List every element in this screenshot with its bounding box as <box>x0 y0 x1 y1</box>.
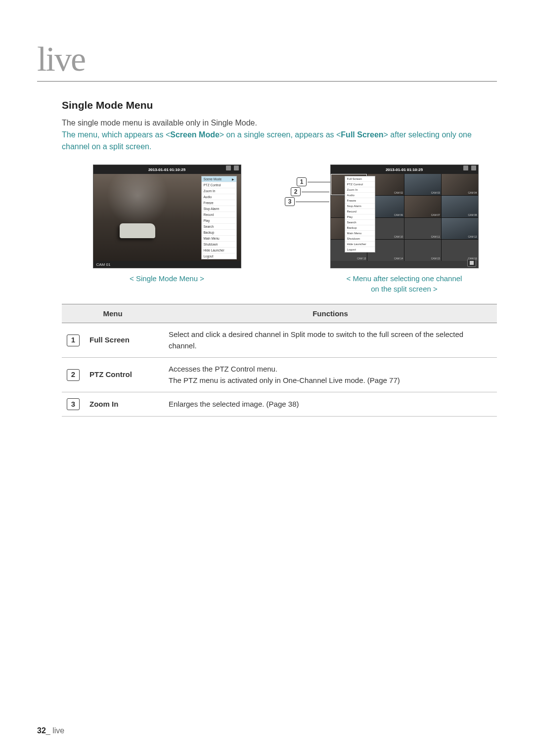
ctx-item-freeze[interactable]: Freeze <box>202 200 236 206</box>
ctx-item-zoom-in[interactable]: Zoom In <box>345 187 375 193</box>
caption-right-line1: < Menu after selecting one channel <box>347 274 462 283</box>
camera-label-text: CAM 01 <box>96 262 111 267</box>
ctx-item-main-menu[interactable]: Main Menu <box>345 231 375 236</box>
ctx-item-logout[interactable]: Logout <box>345 247 375 252</box>
row-number: 2 <box>67 369 80 381</box>
header-rule <box>37 81 497 82</box>
cell-label: CAM 14 <box>394 257 403 260</box>
row-name: Zoom In <box>85 392 164 417</box>
ctx-item-stop-alarm[interactable]: Stop Alarm <box>345 204 375 209</box>
intro2-pre: The menu, which appears as < <box>62 130 170 139</box>
grid-cell[interactable]: CAM 03 <box>404 174 441 195</box>
cell-label: CAM 03 <box>431 191 440 194</box>
context-menu-single: Scene Mode▶ PTZ Control Zoom In Audio Fr… <box>201 176 237 259</box>
grid-cell[interactable]: CAM 08 <box>442 196 478 217</box>
ctx-item-scene-mode[interactable]: Scene Mode▶ <box>202 176 236 182</box>
ctx-item-stop-alarm[interactable]: Stop Alarm <box>202 206 236 212</box>
ctx-item-freeze[interactable]: Freeze <box>345 198 375 204</box>
cell-label: CAM 06 <box>394 213 403 216</box>
titlebar-icon <box>226 166 231 170</box>
section-title: Single Mode Menu <box>62 99 497 111</box>
cell-label: CAM 11 <box>431 235 440 238</box>
car-shape <box>120 223 155 238</box>
caption-left: < Single Mode Menu > <box>130 273 204 284</box>
row-number: 1 <box>67 335 80 346</box>
row-name: PTZ Control <box>85 358 164 392</box>
ctx-item-backup[interactable]: Backup <box>345 225 375 231</box>
screenshot-titlebar: 2013-01-01 01:10:25 <box>331 165 478 174</box>
intro2-bold-1: Screen Mode <box>170 130 220 139</box>
caption-right-line2: on the split screen > <box>371 285 438 293</box>
callout-3-leader <box>296 202 329 202</box>
callout-3: 3 <box>285 197 295 206</box>
row-func: Select and click a desired channel in Sp… <box>164 323 497 358</box>
ctx-item-search[interactable]: Search <box>202 224 236 230</box>
ctx-item-hide-launcher[interactable]: Hide Launcher <box>345 242 375 247</box>
cell-label: CAM 08 <box>468 213 477 216</box>
row-func: Enlarges the selected image. (Page 38) <box>164 392 497 417</box>
row-func: Accesses the PTZ Control menu. The PTZ m… <box>164 358 497 392</box>
cell-label: CAM 02 <box>394 191 403 194</box>
chapter-title: live <box>37 40 497 79</box>
layout-icon <box>470 261 474 265</box>
footer-suffix: _ live <box>46 726 64 735</box>
titlebar-icon <box>463 166 468 170</box>
titlebar-user-icon <box>234 166 239 170</box>
row-name: Full Screen <box>85 323 164 358</box>
row-number: 3 <box>67 398 80 410</box>
camera-label: CAM 01 <box>93 261 241 268</box>
menu-functions-table: Menu Functions 1 Full Screen Select and … <box>62 304 497 417</box>
launcher-button[interactable] <box>467 259 476 267</box>
page-footer: 32_ live <box>37 726 64 735</box>
ctx-item-shutdown[interactable]: Shutdown <box>345 236 375 242</box>
ctx-item-zoom-in[interactable]: Zoom In <box>202 188 236 194</box>
table-row: 2 PTZ Control Accesses the PTZ Control m… <box>62 358 497 392</box>
chevron-right-icon: ▶ <box>232 177 234 181</box>
intro2-mid: > on a single screen, appears as < <box>220 130 341 139</box>
ctx-item-full-screen[interactable]: Full Screen <box>345 176 375 182</box>
intro-line-2: The menu, which appears as <Screen Mode>… <box>62 129 497 153</box>
table-row: 1 Full Screen Select and click a desired… <box>62 323 497 358</box>
ctx-item-hide-launcher[interactable]: Hide Launcher <box>202 248 236 253</box>
cell-label: CAM 07 <box>431 213 440 216</box>
callout-2: 2 <box>291 187 301 196</box>
grid-cell[interactable]: CAM 12 <box>442 218 478 239</box>
intro-line-1: The single mode menu is available only i… <box>62 117 497 129</box>
grid-cell[interactable]: CAM 16 <box>442 240 478 261</box>
cell-label: CAM 10 <box>394 235 403 238</box>
grid-cell[interactable]: CAM 11 <box>404 218 441 239</box>
screenshot-titlebar: 2013-01-01 01:10:25 <box>93 165 241 174</box>
caption-right: < Menu after selecting one channel on th… <box>347 273 462 294</box>
grid-cell[interactable]: CAM 15 <box>404 240 441 261</box>
timestamp-text: 2013-01-01 01:10:25 <box>386 168 423 172</box>
cell-label: CAM 12 <box>468 235 477 238</box>
page-number: 32 <box>37 726 46 735</box>
ctx-label: Scene Mode <box>204 177 222 181</box>
cell-label: CAM 15 <box>431 257 440 260</box>
ctx-item-play[interactable]: Play <box>202 218 236 224</box>
ctx-item-audio[interactable]: Audio <box>202 194 236 200</box>
intro2-bold-2: Full Screen <box>341 130 383 139</box>
cell-label: CAM 13 <box>357 257 366 260</box>
table-row: 3 Zoom In Enlarges the selected image. (… <box>62 392 497 417</box>
ctx-item-audio[interactable]: Audio <box>345 193 375 198</box>
context-menu-split: Full Screen PTZ Control Zoom In Audio Fr… <box>345 176 375 252</box>
ctx-item-search[interactable]: Search <box>345 220 375 225</box>
ctx-item-record[interactable]: Record <box>345 209 375 214</box>
ctx-item-record[interactable]: Record <box>202 212 236 218</box>
callout-2-leader <box>302 192 329 192</box>
ctx-item-ptz-control[interactable]: PTZ Control <box>202 182 236 188</box>
screenshot-split-mode: 2013-01-01 01:10:25 CAM 01 CAM 02 CAM 03… <box>330 165 479 268</box>
ctx-item-backup[interactable]: Backup <box>202 230 236 236</box>
titlebar-user-icon <box>471 166 476 170</box>
callout-1: 1 <box>297 177 307 186</box>
ctx-item-play[interactable]: Play <box>345 214 375 220</box>
ctx-item-ptz-control[interactable]: PTZ Control <box>345 182 375 187</box>
ctx-item-logout[interactable]: Logout <box>202 253 236 259</box>
grid-cell[interactable]: CAM 04 <box>442 174 478 195</box>
cell-label: CAM 04 <box>468 191 477 194</box>
screenshot-single-mode: 2013-01-01 01:10:25 CAM 01 Scene Mode▶ P <box>93 165 241 268</box>
ctx-item-main-menu[interactable]: Main Menu <box>202 236 236 242</box>
grid-cell[interactable]: CAM 07 <box>404 196 441 217</box>
ctx-item-shutdown[interactable]: Shutdown <box>202 242 236 248</box>
